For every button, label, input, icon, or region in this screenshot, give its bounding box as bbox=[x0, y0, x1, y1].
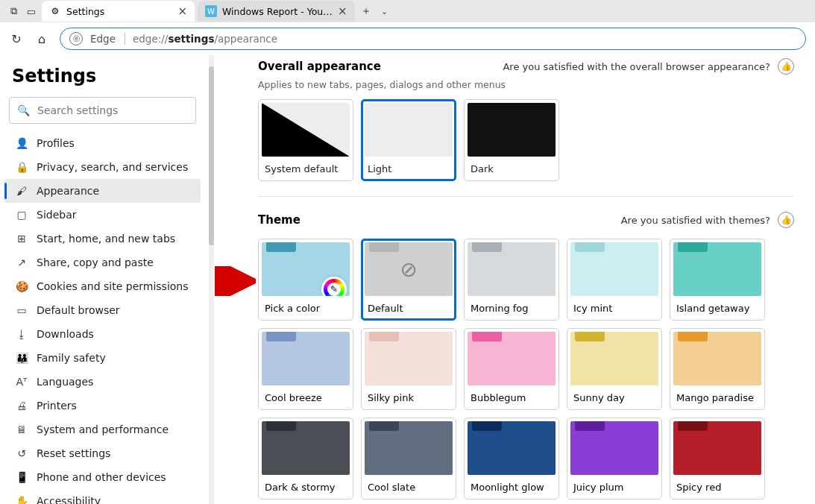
theme-swatch bbox=[262, 421, 350, 475]
sidebar-item-label: Default browser bbox=[37, 304, 120, 316]
theme-swatch bbox=[570, 332, 658, 385]
theme-moonlight-glow[interactable]: Moonlight glow bbox=[464, 418, 559, 500]
appearance-preview bbox=[468, 103, 556, 157]
url-prefix: Edge bbox=[90, 33, 125, 45]
theme-swatch: ⊘ bbox=[365, 242, 453, 296]
sidebar-toggle-icon[interactable]: ⧉ bbox=[6, 5, 21, 17]
sidebar-item-label: Start, home, and new tabs bbox=[37, 233, 175, 245]
sidebar-item-start-home-and-new-tabs[interactable]: ⊞Start, home, and new tabs bbox=[4, 227, 201, 251]
nav-icon: ⭳ bbox=[15, 328, 28, 340]
appearance-label: System default bbox=[262, 157, 350, 177]
sidebar-item-profiles[interactable]: 👤Profiles bbox=[4, 131, 201, 155]
sidebar-item-downloads[interactable]: ⭳Downloads bbox=[4, 322, 201, 346]
theme-label: Spicy red bbox=[673, 475, 761, 496]
sidebar-item-accessibility[interactable]: ✋Accessibility bbox=[4, 489, 201, 504]
theme-sunny-day[interactable]: Sunny day bbox=[567, 328, 662, 410]
sidebar-item-label: Phone and other devices bbox=[37, 471, 166, 483]
sidebar-item-label: Cookies and site permissions bbox=[37, 280, 189, 292]
theme-header: Theme Are you satisfied with themes? 👍 bbox=[258, 212, 794, 228]
sidebar-item-cookies-and-site-permissions[interactable]: 🍪Cookies and site permissions bbox=[4, 274, 201, 298]
theme-cool-slate[interactable]: Cool slate bbox=[361, 418, 456, 500]
sidebar-item-languages[interactable]: AᵀLanguages bbox=[4, 370, 201, 394]
theme-mango-paradise[interactable]: Mango paradise bbox=[670, 328, 765, 410]
thumbs-up-icon[interactable]: 👍 bbox=[778, 58, 794, 75]
theme-swatch bbox=[673, 242, 761, 296]
theme-label: Pick a color bbox=[262, 296, 350, 317]
appearance-preview bbox=[262, 103, 350, 157]
theme-dark-stormy[interactable]: Dark & stormy bbox=[258, 418, 353, 500]
theme-swatch bbox=[673, 332, 761, 385]
appearance-system-default[interactable]: System default bbox=[258, 99, 353, 181]
nav-icon: ↗ bbox=[15, 256, 28, 268]
sidebar-item-label: Family safety bbox=[37, 352, 106, 364]
theme-silky-pink[interactable]: Silky pink bbox=[361, 328, 456, 410]
new-tab-button[interactable]: ＋ bbox=[358, 4, 374, 18]
theme-label: Moonlight glow bbox=[468, 475, 556, 496]
theme-cool-breeze[interactable]: Cool breeze bbox=[258, 328, 353, 410]
feedback-text: Are you satisfied with the overall brows… bbox=[503, 61, 770, 72]
theme-pick-a-color[interactable]: ✎Pick a color bbox=[258, 239, 353, 321]
search-input[interactable] bbox=[37, 104, 188, 116]
theme-swatch bbox=[365, 332, 453, 385]
nav-icon: Aᵀ bbox=[15, 376, 28, 388]
appearance-dark[interactable]: Dark bbox=[464, 99, 559, 181]
sidebar-item-default-browser[interactable]: ▭Default browser bbox=[4, 298, 201, 322]
sidebar-item-printers[interactable]: 🖨Printers bbox=[4, 394, 201, 418]
annotation-arrow bbox=[215, 266, 256, 296]
browser-tabstrip: ⧉ ▭ ⚙ Settings × W Windows Report - Your… bbox=[0, 0, 815, 22]
tab-actions-icon[interactable]: ▭ bbox=[24, 6, 39, 17]
thumbs-up-icon[interactable]: 👍 bbox=[778, 212, 794, 228]
theme-swatch bbox=[365, 421, 453, 475]
sidebar-item-privacy-search-and-services[interactable]: 🔒Privacy, search, and services bbox=[4, 155, 201, 179]
sidebar-item-reset-settings[interactable]: ↺Reset settings bbox=[4, 441, 201, 465]
sidebar-item-share-copy-and-paste[interactable]: ↗Share, copy and paste bbox=[4, 251, 201, 274]
tab-windows-report[interactable]: W Windows Report - Your go-to so × bbox=[198, 1, 355, 22]
nav-icon: ✋ bbox=[15, 495, 28, 504]
sidebar-item-sidebar[interactable]: ▢Sidebar bbox=[4, 203, 201, 227]
address-bar[interactable]: ⓔ Edge edge://settings/appearance bbox=[60, 28, 806, 50]
sidebar-item-label: Privacy, search, and services bbox=[37, 161, 188, 173]
site-favicon: W bbox=[205, 5, 217, 17]
search-icon: 🔍 bbox=[17, 104, 30, 116]
theme-morning-fog[interactable]: Morning fog bbox=[464, 239, 559, 321]
sidebar-item-family-safety[interactable]: 👪Family safety bbox=[4, 346, 201, 370]
close-tab-icon[interactable]: × bbox=[177, 4, 187, 18]
sidebar-item-appearance[interactable]: 🖌Appearance bbox=[4, 179, 201, 203]
theme-spicy-red[interactable]: Spicy red bbox=[670, 418, 765, 500]
theme-label: Island getaway bbox=[673, 296, 761, 317]
nav-icon: 🍪 bbox=[15, 280, 28, 292]
theme-default[interactable]: ⊘Default bbox=[361, 239, 456, 321]
home-icon[interactable]: ⌂ bbox=[34, 31, 49, 46]
settings-content: Overall appearance Are you satisfied wit… bbox=[215, 55, 815, 504]
sidebar-item-system-and-performance[interactable]: 🖥System and performance bbox=[4, 418, 201, 441]
nav-icon: 🖥 bbox=[15, 423, 28, 435]
tab-overflow-icon[interactable]: ⌄ bbox=[377, 7, 392, 16]
sidebar-scrollbar[interactable] bbox=[209, 55, 214, 504]
page-title: Settings bbox=[4, 63, 201, 97]
theme-label: Juicy plum bbox=[570, 475, 658, 496]
feedback-text: Are you satisfied with themes? bbox=[621, 215, 770, 226]
theme-bubblegum[interactable]: Bubblegum bbox=[464, 328, 559, 410]
appearance-light[interactable]: Light bbox=[361, 99, 456, 181]
theme-island-getaway[interactable]: Island getaway bbox=[670, 239, 765, 321]
search-settings[interactable]: 🔍 bbox=[9, 97, 196, 124]
close-tab-icon[interactable]: × bbox=[338, 4, 347, 18]
site-identity-icon: ⓔ bbox=[69, 32, 83, 45]
appearance-label: Light bbox=[365, 157, 453, 177]
theme-juicy-plum[interactable]: Juicy plum bbox=[567, 418, 662, 500]
no-theme-icon: ⊘ bbox=[365, 242, 453, 296]
nav-icon: 🖨 bbox=[15, 400, 28, 412]
tab-settings[interactable]: ⚙ Settings × bbox=[42, 1, 195, 22]
theme-label: Sunny day bbox=[570, 385, 658, 406]
sidebar-item-phone-and-other-devices[interactable]: 📱Phone and other devices bbox=[4, 465, 201, 489]
reload-icon[interactable]: ↻ bbox=[9, 31, 24, 46]
nav-icon: ↺ bbox=[15, 447, 28, 459]
scrollbar-thumb[interactable] bbox=[209, 66, 214, 245]
theme-label: Dark & stormy bbox=[262, 475, 350, 496]
theme-swatch bbox=[468, 242, 556, 296]
theme-label: Mango paradise bbox=[673, 385, 761, 406]
theme-icy-mint[interactable]: Icy mint bbox=[567, 239, 662, 321]
sidebar-item-label: Sidebar bbox=[37, 209, 77, 221]
overall-appearance-header: Overall appearance Are you satisfied wit… bbox=[258, 58, 794, 75]
sidebar-item-label: Printers bbox=[37, 400, 77, 412]
